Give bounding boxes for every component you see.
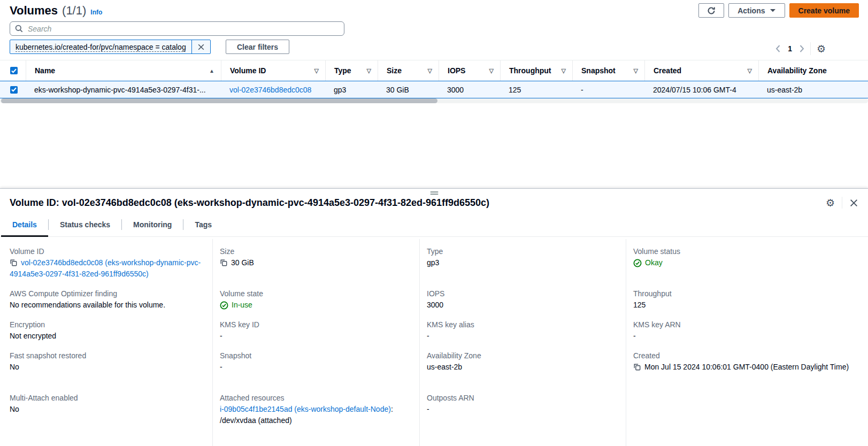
column-header-size[interactable]: Size ▽ [378, 60, 439, 81]
cell-volume-id: vol-02e3746bd8edc0c08 [221, 86, 325, 94]
sort-icon: ▽ [634, 67, 638, 74]
sort-icon: ▽ [748, 67, 752, 74]
header-actions: Actions Create volume [698, 3, 859, 18]
column-header-volume-id[interactable]: Volume ID ▽ [221, 60, 325, 81]
column-header-snapshot[interactable]: Snapshot ▽ [572, 60, 644, 81]
next-page-button[interactable] [800, 45, 804, 52]
page-header: Volumes (1/1) Info [10, 4, 102, 18]
tab-monitoring[interactable]: Monitoring [122, 213, 183, 236]
field-compute-optimizer: AWS Compute Optimizer finding No recomme… [0, 281, 212, 312]
field-snapshot: Snapshot - [212, 343, 419, 386]
horizontal-scrollbar [0, 98, 868, 103]
column-header-throughput[interactable]: Throughput ▽ [500, 60, 572, 81]
close-icon [197, 43, 205, 51]
clear-filters-button[interactable]: Clear filters [226, 40, 289, 54]
field-throughput: Throughput 125 [626, 281, 868, 312]
column-header-created[interactable]: Created ▽ [644, 60, 758, 81]
select-all-cell [0, 60, 26, 81]
volume-id-link[interactable]: vol-02e3746bd8edc0c08 [229, 86, 311, 94]
horizontal-scrollbar-thumb[interactable] [1, 98, 437, 103]
chevron-left-icon [775, 45, 780, 52]
tab-details[interactable]: Details [1, 213, 48, 236]
field-volume-status: Volume status Okay [626, 239, 868, 281]
panel-preferences-gear-icon[interactable]: ⚙ [826, 198, 835, 208]
details-grid: Volume ID vol-02e3746bd8edc0c08 (eks-wor… [0, 239, 868, 446]
field-size: Size 30 GiB [212, 239, 419, 281]
field-availability-zone: Availability Zone us-east-2b [419, 343, 626, 386]
cell-availability-zone: us-east-2b [758, 86, 868, 94]
previous-page-button[interactable] [775, 45, 780, 52]
filter-token-label: kubernetes.io/created-for/pvc/namespace … [10, 40, 191, 53]
attached-instance-link[interactable]: i-09b05c4f1be2145ad (eks-workshop-defaul… [220, 405, 391, 413]
caret-down-icon [770, 9, 776, 13]
refresh-icon [707, 6, 716, 15]
status-badge: In-use [232, 299, 252, 311]
copy-icon[interactable] [220, 259, 227, 266]
tab-status-checks[interactable]: Status checks [49, 213, 121, 236]
column-header-availability-zone[interactable]: Availability Zone [758, 60, 868, 81]
copy-icon[interactable] [633, 363, 641, 371]
select-all-checkbox[interactable] [10, 67, 18, 74]
create-volume-button[interactable]: Create volume [789, 3, 859, 18]
field-iops: IOPS 3000 [419, 281, 626, 312]
refresh-button[interactable] [698, 3, 724, 18]
pagination: 1 ⚙ [775, 41, 826, 56]
divider [842, 197, 842, 209]
split-panel-title: Volume ID: vol-02e3746bd8edc0c08 (eks-wo… [10, 197, 817, 209]
table-preferences-gear-icon[interactable]: ⚙ [817, 44, 826, 54]
sort-icon: ▽ [489, 67, 494, 74]
cell-type: gp3 [325, 86, 378, 94]
state-in-use-check-icon [220, 301, 228, 310]
sort-icon: ▽ [314, 67, 319, 74]
info-link[interactable]: Info [90, 9, 102, 16]
current-page-number[interactable]: 1 [786, 44, 794, 53]
field-multi-attach: Multi-Attach enabled No [0, 386, 212, 446]
column-header-name[interactable]: Name ▲ [26, 60, 221, 81]
copy-icon[interactable] [10, 259, 17, 266]
cell-created: 2024/07/15 10:06 GMT-4 [644, 86, 758, 94]
filter-token-remove-button[interactable] [191, 40, 210, 53]
cell-snapshot: - [572, 86, 644, 94]
close-panel-button[interactable] [849, 198, 858, 207]
search-icon [15, 25, 23, 33]
search-input[interactable] [27, 24, 339, 34]
chevron-right-icon [800, 45, 804, 52]
cell-throughput: 125 [500, 86, 572, 94]
field-kms-key-arn: KMS key ARN - [626, 312, 868, 343]
field-volume-id: Volume ID vol-02e3746bd8edc0c08 (eks-wor… [0, 239, 212, 281]
field-fast-snapshot-restored: Fast snapshot restored No [0, 343, 212, 386]
table-row[interactable]: eks-workshop-dynamic-pvc-4914a5e3-0297-4… [0, 81, 868, 98]
sort-ascending-icon: ▲ [209, 68, 214, 74]
ec2-volumes-page: { "colors": { "link_blue": "#0972d3", "s… [0, 0, 868, 446]
volumes-table: Name ▲ Volume ID ▽ Type ▽ Size ▽ IOPS ▽ … [0, 60, 868, 98]
status-badge: Okay [645, 257, 663, 268]
row-checkbox[interactable] [10, 86, 18, 94]
tab-tags[interactable]: Tags [183, 213, 223, 236]
volume-detail-split-panel: Volume ID: vol-02e3746bd8edc0c08 (eks-wo… [0, 188, 868, 446]
cell-iops: 3000 [439, 86, 500, 94]
volume-id-detail-link[interactable]: vol-02e3746bd8edc0c08 (eks-workshop-dyna… [10, 258, 201, 278]
create-volume-button-label: Create volume [798, 6, 850, 15]
row-select-cell [0, 86, 26, 94]
actions-button[interactable]: Actions [728, 3, 785, 18]
close-icon [849, 198, 858, 207]
field-type: Type gp3 [419, 239, 626, 281]
cell-name: eks-workshop-dynamic-pvc-4914a5e3-0297-4… [26, 86, 221, 94]
clear-filters-label: Clear filters [237, 43, 278, 51]
field-kms-key-id: KMS key ID - [212, 312, 419, 343]
column-header-type[interactable]: Type ▽ [325, 60, 378, 81]
actions-button-label: Actions [738, 6, 765, 15]
panel-tabs: Details Status checks Monitoring Tags [0, 213, 868, 237]
split-panel-header-icons: ⚙ [826, 197, 858, 209]
field-encryption: Encryption Not encrypted [0, 312, 212, 343]
field-outposts-arn: Outposts ARN - [419, 386, 626, 446]
sort-icon: ▽ [367, 67, 371, 74]
column-header-iops[interactable]: IOPS ▽ [439, 60, 500, 81]
table-header-row: Name ▲ Volume ID ▽ Type ▽ Size ▽ IOPS ▽ … [0, 60, 868, 81]
cell-size: 30 GiB [378, 86, 439, 94]
page-title: Volumes [10, 4, 58, 18]
split-panel-drag-handle[interactable] [430, 190, 438, 196]
sort-icon: ▽ [562, 67, 566, 74]
divider [810, 42, 811, 55]
field-kms-key-alias: KMS key alias - [419, 312, 626, 343]
